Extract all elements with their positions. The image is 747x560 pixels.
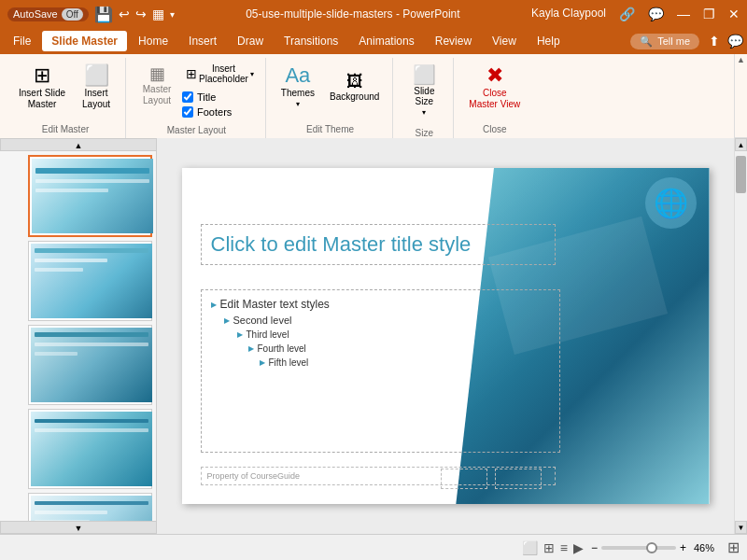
vscroll-track	[735, 151, 747, 521]
thumb-5-line-2	[35, 511, 107, 514]
panel-scroll-down[interactable]: ▼	[0, 521, 157, 534]
zoom-in-btn[interactable]: +	[680, 541, 686, 554]
master-layout-btn[interactable]: ▦ MasterLayout	[135, 62, 178, 110]
menu-insert[interactable]: Insert	[179, 31, 226, 51]
slide-2-container: 2	[4, 241, 152, 321]
title-placeholder[interactable]: Click to edit Master title style	[201, 224, 556, 265]
slide-thumb-3[interactable]	[28, 325, 152, 405]
autosave-toggle-state[interactable]: Off	[62, 8, 83, 21]
footers-checkbox-label: Footers	[197, 106, 232, 118]
insert-placeholder-label: InsertPlaceholder	[199, 63, 248, 84]
menu-file[interactable]: File	[4, 31, 40, 51]
zoom-level: 46%	[694, 542, 714, 553]
checkboxes: Title Footers	[182, 91, 258, 118]
insert-slide-master-icon: ⊞	[34, 65, 50, 86]
thumb-3-line-3	[35, 352, 78, 356]
zoom-out-btn[interactable]: −	[591, 541, 598, 554]
autosave-toggle[interactable]: AutoSave Off	[7, 7, 89, 21]
content-text-3: Third level	[247, 329, 289, 340]
menu-draw[interactable]: Draw	[228, 31, 273, 51]
footer-right-placeholders	[441, 469, 542, 489]
main-layout: ▲ 1 ★ 2	[0, 138, 747, 534]
comments-icon[interactable]: 💬	[648, 7, 664, 21]
slide-size-dropdown-icon[interactable]: ▾	[422, 108, 426, 117]
redo-icon[interactable]: ↪	[135, 7, 147, 21]
slide-size-icon: ⬜	[413, 65, 436, 84]
vscroll-up-btn[interactable]: ▲	[735, 138, 747, 151]
slide-sorter-icon[interactable]: ⊞	[543, 540, 555, 555]
tell-me-search[interactable]: 🔍 Tell me	[630, 34, 699, 49]
bullet-5: ▶	[260, 358, 265, 367]
close-group-label: Close	[483, 120, 507, 134]
zoom-slider[interactable]	[601, 546, 676, 550]
restore-btn[interactable]: ❐	[703, 7, 715, 21]
ribbon-scroll[interactable]: ▲	[734, 54, 747, 137]
content-line-3: ▶ Third level	[237, 329, 550, 340]
footer-text: Property of CourseGuide	[207, 471, 301, 481]
slide-thumb-2[interactable]	[28, 241, 152, 321]
vscroll-down-btn[interactable]: ▼	[735, 521, 747, 534]
save-icon[interactable]: 💾	[94, 6, 113, 23]
menu-animations[interactable]: Animations	[349, 31, 423, 51]
menu-transitions[interactable]: Transitions	[275, 31, 347, 51]
slide-title: Click to edit Master title style	[211, 232, 472, 256]
background-btn[interactable]: 🖼 Background	[324, 69, 385, 105]
master-layout-right: ⊞ InsertPlaceholder ▾ Title Footers	[182, 62, 258, 118]
content-text-5: Fifth level	[269, 357, 309, 368]
footers-checkbox[interactable]	[182, 106, 193, 118]
globe-icon: 🌐	[645, 177, 697, 229]
vscroll-thumb[interactable]	[736, 156, 746, 193]
share-icon[interactable]: 🔗	[619, 7, 635, 21]
canvas-area: 🌐 Click to edit Master title style ▶ Edi…	[157, 138, 734, 534]
footer-date-box	[441, 469, 487, 489]
themes-btn[interactable]: Aa Themes ▾	[275, 62, 320, 112]
menu-view[interactable]: View	[483, 31, 526, 51]
normal-view-icon[interactable]: ⬜	[522, 540, 538, 555]
panel-scroll-up[interactable]: ▲	[0, 138, 157, 151]
fit-to-window-btn[interactable]: ⊞	[727, 539, 740, 556]
content-line-4: ▶ Fourth level	[248, 343, 550, 354]
thumb-2-line-2	[35, 259, 107, 262]
slide-thumb-1[interactable]	[28, 155, 152, 237]
minimize-btn[interactable]: —	[677, 7, 690, 21]
close-btn[interactable]: ✕	[728, 7, 740, 21]
slide-panel-container: ▲ 1 ★ 2	[0, 138, 157, 534]
undo-icon[interactable]: ↩	[119, 7, 130, 21]
placeholder-dropdown-icon[interactable]: ▾	[250, 70, 254, 78]
ribbon: ⊞ Insert SlideMaster ⬜ InsertLayout Edit…	[0, 54, 747, 138]
menu-help[interactable]: Help	[528, 31, 570, 51]
insert-layout-btn[interactable]: ⬜ InsertLayout	[75, 62, 118, 114]
master-layout-content: ▦ MasterLayout ⊞ InsertPlaceholder ▾ Tit…	[135, 62, 258, 118]
menu-slide-master[interactable]: Slide Master	[42, 31, 127, 51]
insert-slide-master-btn[interactable]: ⊞ Insert SlideMaster	[13, 62, 71, 114]
share-btn[interactable]: ⬆	[709, 34, 720, 49]
menu-home[interactable]: Home	[129, 31, 177, 51]
titlebar-left: AutoSave Off 💾 ↩ ↪ ▦ ▾	[7, 6, 175, 23]
slide-thumb-4[interactable]	[28, 409, 152, 489]
edit-theme-label: Edit Theme	[306, 120, 354, 134]
statusbar: ⬜ ⊞ ≡ ▶ − + 46% ⊞	[0, 534, 747, 560]
bullet-4: ▶	[248, 344, 254, 353]
menu-review[interactable]: Review	[426, 31, 481, 51]
comments-btn[interactable]: 💬	[727, 34, 743, 49]
ribbon-group-edit-theme: Aa Themes ▾ 🖼 Background Edit Theme	[268, 58, 394, 138]
slide-5-container: 5	[4, 493, 152, 521]
insert-placeholder-btn[interactable]: ⊞ InsertPlaceholder ▾	[182, 62, 258, 86]
thumb-5-line-1	[35, 501, 148, 505]
title-checkbox[interactable]	[182, 91, 193, 103]
presentation-view-icon[interactable]: ▦	[152, 7, 164, 21]
insert-slide-master-label: Insert SlideMaster	[19, 88, 65, 110]
reading-view-icon[interactable]: ≡	[560, 540, 568, 555]
content-placeholder[interactable]: ▶ Edit Master text styles ▶ Second level…	[201, 289, 560, 453]
ribbon-scroll-up[interactable]: ▲	[735, 54, 748, 65]
slide-3-container: 3	[4, 325, 152, 405]
themes-icon: Aa	[285, 65, 310, 86]
titlebar: AutoSave Off 💾 ↩ ↪ ▦ ▾ 05-use-multiple-s…	[0, 0, 747, 28]
close-master-view-btn[interactable]: ✖ CloseMaster View	[463, 62, 526, 114]
search-icon: 🔍	[640, 35, 653, 48]
size-buttons: ⬜ SlideSize ▾	[402, 62, 445, 120]
themes-dropdown-icon[interactable]: ▾	[296, 100, 300, 108]
slideshow-icon[interactable]: ▶	[573, 540, 584, 555]
slide-thumb-5[interactable]	[28, 493, 152, 521]
slide-size-btn[interactable]: ⬜ SlideSize ▾	[402, 62, 445, 120]
